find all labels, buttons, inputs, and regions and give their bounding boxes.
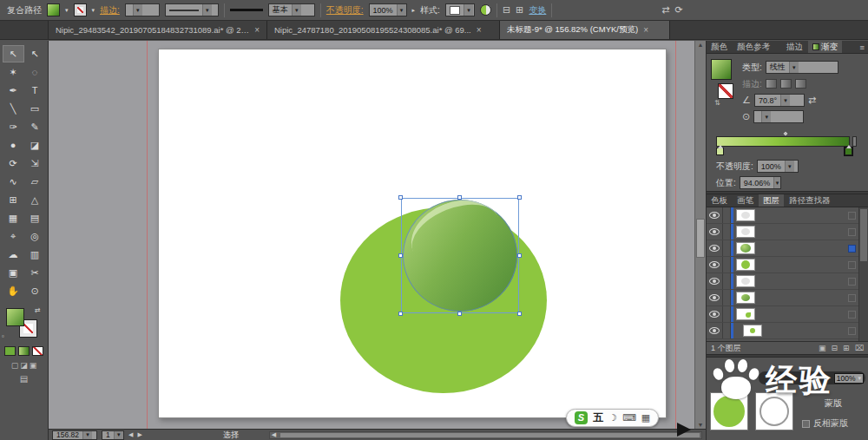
layer-selection-chip[interactable] [848, 228, 856, 236]
tab-swatches[interactable]: 色板 [707, 194, 732, 207]
moon-icon[interactable]: ☽ [608, 412, 617, 424]
scroll-up-icon[interactable]: ▲ [695, 42, 706, 48]
transparency-opacity-combo[interactable]: 100%▾ [834, 373, 864, 384]
layer-selection-chip[interactable] [848, 294, 856, 302]
layer-selection-chip[interactable] [848, 261, 856, 269]
layer-row[interactable] [707, 323, 868, 339]
draw-behind-icon[interactable]: ◪ [20, 361, 28, 370]
scroll-left-icon[interactable]: ◀ [272, 431, 276, 438]
make-clipping-mask-icon[interactable]: ▣ [819, 344, 826, 352]
toolbox-icon[interactable]: ▦ [641, 412, 650, 424]
opacity-combo[interactable]: 100%▾ [369, 3, 407, 16]
lock-column[interactable] [722, 323, 731, 338]
lock-column[interactable] [722, 306, 731, 322]
stroke-gradient-across-icon[interactable] [795, 79, 806, 89]
stroke-weight-combo[interactable]: ▾ [125, 3, 160, 16]
close-tab-icon[interactable]: × [643, 25, 648, 35]
panel-menu-icon[interactable]: ≡ [856, 41, 868, 53]
visibility-eye-icon[interactable] [709, 294, 720, 301]
tab-brushes[interactable]: 画笔 [733, 194, 758, 207]
gradient-stop-end[interactable] [845, 148, 852, 155]
selection-handle[interactable] [398, 253, 403, 258]
artboard-tool[interactable]: ▣ [3, 264, 24, 281]
visibility-eye-icon[interactable] [709, 311, 720, 318]
object-thumbnail[interactable] [710, 392, 748, 430]
scroll-down-icon[interactable]: ▼ [695, 422, 706, 428]
draw-inside-icon[interactable]: ▣ [30, 361, 37, 370]
lock-column[interactable] [722, 273, 731, 289]
reverse-gradient-icon[interactable]: ⇄ [808, 95, 816, 106]
brush-definition-combo[interactable]: 基本▾ [268, 3, 315, 16]
screen-mode-icon[interactable]: ▤ [0, 374, 48, 384]
guide-line-right[interactable] [675, 41, 676, 429]
guide-line-left[interactable] [147, 41, 148, 429]
visibility-eye-icon[interactable] [709, 327, 720, 334]
gradient-type-combo[interactable]: 线性▾ [766, 61, 838, 74]
default-fill-stroke-icon[interactable]: ▫ [2, 332, 4, 340]
selection-handle[interactable] [398, 195, 403, 200]
slice-tool[interactable]: ✂ [24, 264, 46, 281]
layer-row[interactable] [707, 273, 868, 290]
scale-tool[interactable]: ⇲ [24, 154, 46, 172]
tab-gradient[interactable]: 渐变 [808, 41, 842, 53]
selection-handle[interactable] [457, 312, 462, 316]
selection-handle[interactable] [517, 195, 522, 200]
visibility-eye-icon[interactable] [709, 212, 720, 219]
new-layer-icon[interactable]: ⊞ [843, 344, 850, 352]
gradient-button[interactable] [18, 346, 30, 356]
layers-scrollbar[interactable] [858, 207, 868, 341]
close-tab-icon[interactable]: × [477, 25, 482, 35]
ime-toolbar[interactable]: S 五 ☽ ⌨ ▦ [566, 409, 659, 427]
visibility-eye-icon[interactable] [709, 245, 720, 252]
layer-row[interactable] [707, 240, 868, 257]
selection-handle[interactable] [398, 312, 403, 316]
perspective-grid-tool[interactable]: △ [24, 191, 46, 208]
delete-layer-icon[interactable]: ⌧ [855, 344, 864, 352]
zoom-tool[interactable]: ⊙ [24, 282, 46, 299]
zoom-combo[interactable]: 156.82▾ [52, 430, 97, 440]
recolor-artwork-icon[interactable] [480, 4, 491, 16]
align-icon[interactable]: ⊟ [503, 4, 510, 16]
gradient-angle-combo[interactable]: 70.8°▾ [754, 94, 805, 107]
ime-expand-arrow-icon[interactable] [677, 423, 691, 437]
rotate-tool[interactable]: ⟳ [3, 154, 24, 172]
isolate-icon[interactable]: ⇄ [661, 4, 669, 16]
stroke-gradient-within-icon[interactable] [766, 79, 777, 89]
layers-scroll-thumb[interactable] [860, 209, 867, 261]
document-tab-active[interactable]: 未标题-9* @ 156.82% (CMYK/预览) × [500, 21, 670, 39]
stroke-color-swatch[interactable] [74, 3, 87, 16]
layer-row[interactable] [707, 306, 868, 323]
layer-selection-chip[interactable] [848, 245, 856, 253]
selected-object[interactable] [401, 198, 519, 313]
graph-tool[interactable]: ▥ [24, 246, 46, 263]
stroke-chevron-icon[interactable]: ▾ [92, 7, 95, 14]
selection-tool[interactable]: ↖ [3, 45, 24, 62]
lock-column[interactable] [722, 240, 731, 256]
none-button[interactable] [32, 346, 43, 356]
document-tab-2[interactable]: Nipic_24787180_20190508195524308085.ai* … [267, 21, 500, 39]
tab-color[interactable]: 颜色 [707, 41, 732, 53]
canvas-area[interactable]: ▲ ▼ S 五 ☽ ⌨ ▦ 156.82▾ 1▾ ◀ ▶ 选择 ◀ [49, 41, 706, 440]
layer-selection-chip[interactable] [848, 327, 856, 335]
opacity-link[interactable]: 不透明度: [326, 4, 364, 16]
mesh-tool[interactable]: ▦ [3, 209, 24, 227]
tab-color-guide[interactable]: 颜色参考 [733, 41, 774, 53]
gradient-fill-swatch[interactable] [711, 59, 732, 80]
tab-pathfinder[interactable]: 路径查找器 [785, 194, 835, 207]
fill-chevron-icon[interactable]: ▾ [65, 7, 69, 14]
next-artboard-icon[interactable]: ▶ [137, 431, 141, 438]
artboard-nav-combo[interactable]: 1▾ [102, 430, 124, 440]
shape-builder-tool[interactable]: ⊞ [3, 191, 24, 208]
lock-column[interactable] [722, 257, 731, 273]
lock-column[interactable] [722, 224, 731, 240]
free-transform-tool[interactable]: ▱ [24, 173, 46, 190]
gradient-ramp[interactable] [716, 136, 850, 147]
horizontal-scroll-thumb[interactable] [280, 433, 700, 437]
hand-tool[interactable]: ✋ [3, 282, 24, 299]
pencil-tool[interactable]: ✎ [24, 118, 46, 135]
tab-layers[interactable]: 图层 [759, 194, 784, 207]
type-tool[interactable]: T [24, 82, 46, 99]
eraser-tool[interactable]: ◪ [24, 136, 46, 154]
mask-thumbnail[interactable] [755, 392, 793, 430]
lasso-tool[interactable]: ◌ [24, 63, 46, 81]
